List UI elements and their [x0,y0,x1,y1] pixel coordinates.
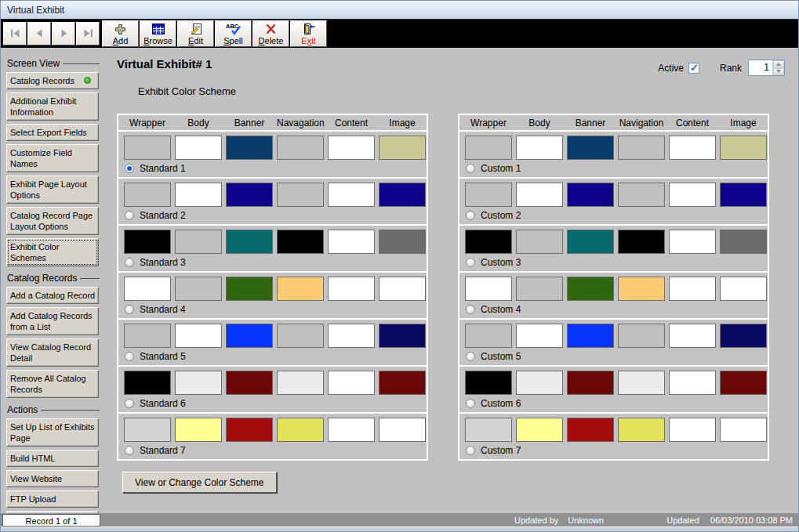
rank-decrement-button[interactable] [773,68,784,76]
custom-3-image-swatch [720,230,767,254]
swatch-row [465,324,768,348]
active-checkbox[interactable] [688,63,699,74]
standard-7-body-swatch [175,418,222,442]
standard-1-radio[interactable] [125,164,134,173]
standard-2-content-swatch [328,183,375,207]
standard-5-radio[interactable] [125,352,134,361]
custom-6-radio[interactable] [466,399,475,408]
custom-3-content-swatch [669,230,716,254]
sidebar-item-add-a-catalog-record[interactable]: Add a Catalog Record [6,287,99,304]
custom-5-content-swatch [669,324,716,348]
sidebar-item-label: Build HTML [10,454,55,463]
scheme-select-row: Custom 1 [466,163,768,174]
custom-4-navigation-swatch [618,277,665,301]
sidebar-item-label: Catalog Record Page Layout Options [10,211,93,231]
custom-7-radio[interactable] [466,446,475,455]
first-record-button[interactable] [3,22,27,45]
column-header-wrapper: Wrapper [465,118,512,128]
title-bar: Virtual Exhibit [1,1,798,20]
scheme-select-row: Custom 5 [466,351,768,362]
exit-door-icon [302,23,315,36]
standard-scheme-row-6: Standard 6 [118,367,427,414]
standard-6-image-swatch [379,371,426,395]
swatch-row [124,418,427,442]
sidebar-item-label: Exhibit Page Layout Options [10,179,87,200]
next-record-icon [59,28,69,40]
sidebar-item-catalog-records[interactable]: Catalog Records [6,72,99,89]
sidebar-item-select-export-fields[interactable]: Select Export Fields [6,124,99,141]
red-x-icon [265,23,277,36]
standard-4-banner-swatch [226,277,273,301]
scheme-select-row: Standard 5 [125,351,427,362]
standard-1-navagation-swatch [277,136,324,160]
custom-6-banner-swatch [567,371,614,395]
exit-button[interactable]: Exit [290,20,327,47]
standard-2-image-swatch [379,183,426,207]
updated-by-group: Updated by Unknown [514,516,604,525]
rank-value[interactable]: 1 [749,60,772,75]
standard-5-content-swatch [328,324,375,348]
sidebar-item-label: Add a Catalog Record [10,291,95,300]
custom-6-content-swatch [669,371,716,395]
custom-2-banner-swatch [567,183,614,207]
custom-5-body-swatch [516,324,563,348]
scheme-select-row: Custom 2 [466,210,768,221]
delete-button[interactable]: Delete [252,20,289,47]
custom-2-radio[interactable] [466,211,475,220]
rank-increment-button[interactable] [773,60,784,68]
next-record-button[interactable] [52,22,75,45]
last-record-button[interactable] [76,22,100,45]
standard-3-radio[interactable] [125,258,134,267]
sidebar-item-add-catalog-records-from-a-list[interactable]: Add Catalog Records from a List [6,307,99,335]
sidebar-item-build-html[interactable]: Build HTML [6,450,99,467]
custom-2-image-swatch [720,183,767,207]
scheme-label: Standard 1 [140,163,186,174]
custom-5-radio[interactable] [466,352,475,361]
sidebar-item-view-website[interactable]: View Website [6,470,99,487]
custom-4-radio[interactable] [466,305,475,314]
custom-3-radio[interactable] [466,258,475,267]
rank-spinner[interactable]: 1 [748,60,785,76]
standard-4-radio[interactable] [125,305,134,314]
sidebar-item-remove-all-catalog-records[interactable]: Remove All Catalog Records [6,370,99,398]
sidebar-item-customize-field-names[interactable]: Customize Field Names [6,144,99,172]
toolbar-button-label: Spell [223,36,242,46]
sidebar-item-view-catalog-record-detail[interactable]: View Catalog Record Detail [6,338,99,367]
custom-scheme-row-3: Custom 3 [459,226,768,273]
sidebar-item-catalog-record-page-layout-options[interactable]: Catalog Record Page Layout Options [6,207,99,235]
standard-4-navagation-swatch [277,277,324,301]
sidebar-item-label: Catalog Records [10,76,74,85]
updated-by-value: Unknown [568,516,604,525]
standard-scheme-row-5: Standard 5 [118,320,427,367]
section-header-rule [80,278,100,279]
sidebar-item-set-up-list-of-exhibits-page[interactable]: Set Up List of Exhibits Page [6,418,99,447]
view-change-color-scheme-button[interactable]: View or Change Color Scheme [122,472,277,493]
column-header-image: Image [720,118,767,128]
scheme-select-row: Standard 7 [125,445,427,456]
scheme-select-row: Standard 2 [125,210,427,221]
custom-5-image-swatch [720,324,767,348]
sidebar-item-ftp-upload[interactable]: FTP Upload [6,490,99,508]
sidebar-item-exhibit-page-layout-options[interactable]: Exhibit Page Layout Options [6,176,99,204]
standard-2-radio[interactable] [125,211,134,220]
first-record-icon [10,28,20,40]
add-button[interactable]: Add [102,20,139,47]
edit-button[interactable]: Edit [177,20,214,47]
scheme-label: Standard 2 [140,210,186,221]
custom-7-banner-swatch [567,418,614,442]
swatch-row [124,136,427,160]
active-rank-controls: Active Rank 1 [658,60,785,76]
standard-3-body-swatch [175,230,222,254]
custom-5-banner-swatch [567,324,614,348]
standard-7-radio[interactable] [125,446,134,455]
custom-1-radio[interactable] [466,164,475,173]
standard-1-banner-swatch [226,136,273,160]
browse-button[interactable]: Browse [140,20,176,47]
custom-3-wrapper-swatch [465,230,512,254]
column-header-banner: Banner [567,118,614,128]
sidebar-item-additional-exhibit-information[interactable]: Additional Exhibit Information [6,92,99,121]
sidebar-item-exhibit-color-schemes[interactable]: Exhibit Color Schemes [6,238,99,266]
previous-record-button[interactable] [27,22,51,45]
spell-button[interactable]: ABCSpell [215,20,252,47]
standard-6-radio[interactable] [125,399,134,408]
